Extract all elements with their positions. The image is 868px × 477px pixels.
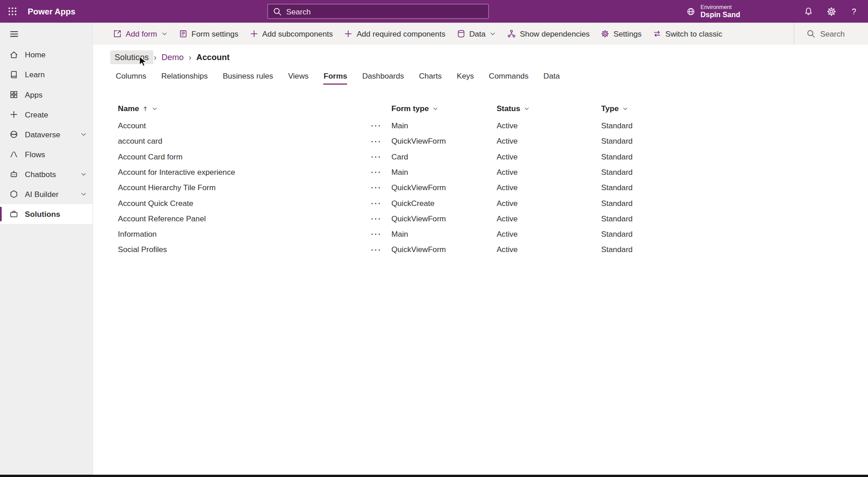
form-name[interactable]: Account for Interactive experience (118, 168, 370, 177)
environment-icon (687, 7, 696, 16)
environment-picker[interactable]: Environment Dspin Sand (687, 4, 740, 19)
global-search[interactable] (267, 4, 489, 19)
form-type-value: QuickViewForm (392, 214, 497, 223)
chevron-down-icon (490, 30, 496, 37)
commandbar-search[interactable]: Search (793, 23, 868, 45)
tab-business-rules[interactable]: Business rules (223, 71, 273, 84)
flows-icon (9, 150, 19, 159)
data-button[interactable]: Data (451, 23, 501, 45)
status-value: Active (496, 121, 601, 130)
plus-icon (250, 29, 259, 38)
table-row[interactable]: Account Reference Panel QuickViewForm Ac… (118, 211, 705, 226)
sidebar-item-apps[interactable]: Apps (0, 84, 92, 104)
collapse-nav-button[interactable] (0, 23, 92, 45)
tab-dashboards[interactable]: Dashboards (362, 71, 404, 84)
sidebar-item-home[interactable]: Home (0, 45, 92, 65)
sidebar-item-create[interactable]: Create (0, 104, 92, 124)
chevron-down-icon[interactable] (80, 131, 87, 138)
add-subcomponents-button[interactable]: Add subcomponents (244, 23, 339, 45)
global-search-input[interactable] (286, 7, 483, 16)
status-value: Active (496, 199, 601, 208)
type-value: Standard (601, 214, 690, 223)
chevron-down-icon[interactable] (80, 171, 87, 178)
plus-icon (344, 29, 353, 38)
tab-columns[interactable]: Columns (116, 71, 146, 84)
bell-icon (804, 7, 813, 16)
app-launcher-button[interactable] (0, 0, 25, 23)
column-header-status[interactable]: Status (496, 104, 601, 113)
sidebar-item-learn[interactable]: Learn (0, 65, 92, 84)
tab-forms[interactable]: Forms (324, 71, 347, 84)
table-row[interactable]: Account Quick Create QuickCreate Active … (118, 195, 705, 210)
type-value: Standard (601, 183, 690, 192)
form-name[interactable]: Social Profiles (118, 245, 370, 254)
sidebar-item-chatbots[interactable]: Chatbots (0, 164, 92, 184)
gear-icon (601, 29, 610, 38)
settings-button[interactable] (820, 0, 842, 23)
more-options-button[interactable] (370, 122, 392, 130)
app-window: Power Apps Environment Dspin Sand ? (0, 0, 868, 477)
sidebar-item-label: Solutions (25, 210, 60, 219)
show-dependencies-button[interactable]: Show dependencies (502, 23, 595, 45)
form-name[interactable]: Account Card form (118, 152, 370, 161)
tab-data[interactable]: Data (543, 71, 560, 84)
table-row[interactable]: Information Main Active Standard (118, 226, 705, 242)
notifications-button[interactable] (797, 0, 820, 23)
sidebar-item-ai-builder[interactable]: AI Builder (0, 184, 92, 204)
sidebar-item-dataverse[interactable]: Dataverse (0, 125, 92, 145)
form-name[interactable]: Account (118, 121, 370, 130)
chevron-down-icon (161, 30, 168, 37)
table-row[interactable]: Account Hierarchy Tile Form QuickViewFor… (118, 180, 705, 195)
ai-builder-icon (9, 190, 19, 199)
help-button[interactable]: ? (843, 0, 865, 23)
more-options-button[interactable] (370, 137, 392, 145)
dependencies-icon (507, 29, 516, 38)
table-row[interactable]: Social Profiles QuickViewForm Active Sta… (118, 242, 705, 257)
form-name[interactable]: Account Reference Panel (118, 214, 370, 223)
switch-to-classic-button[interactable]: Switch to classic (647, 23, 727, 45)
breadcrumb-demo[interactable]: Demo (157, 50, 188, 64)
table-row[interactable]: Account Main Active Standard (118, 118, 705, 133)
form-name[interactable]: account card (118, 136, 370, 145)
table-row[interactable]: Account for Interactive experience Main … (118, 164, 705, 180)
sidebar-item-solutions[interactable]: Solutions (0, 204, 92, 224)
header-actions: Environment Dspin Sand ? (687, 0, 868, 23)
app-name[interactable]: Power Apps (28, 7, 75, 16)
form-name[interactable]: Account Quick Create (118, 199, 370, 208)
more-options-button[interactable] (370, 214, 392, 222)
add-form-button[interactable]: Add form (108, 23, 173, 45)
tab-views[interactable]: Views (288, 71, 308, 84)
chevron-down-icon[interactable] (80, 191, 87, 197)
column-header-name[interactable]: Name (118, 104, 370, 113)
more-options-button[interactable] (370, 152, 392, 160)
tab-relationships[interactable]: Relationships (161, 71, 208, 84)
column-header-status-label: Status (496, 104, 520, 113)
form-settings-button[interactable]: Form settings (173, 23, 244, 45)
type-value: Standard (601, 168, 690, 177)
column-header-form-type-label: Form type (392, 104, 429, 113)
column-header-type[interactable]: Type (601, 104, 690, 113)
breadcrumb-solutions[interactable]: Solutions (110, 50, 153, 64)
tab-commands[interactable]: Commands (489, 71, 528, 84)
more-options-button[interactable] (370, 230, 392, 238)
more-options-button[interactable] (370, 183, 392, 192)
data-cylinder-icon (457, 29, 466, 38)
table-row[interactable]: account card QuickViewForm Active Standa… (118, 133, 705, 149)
more-options-button[interactable] (370, 245, 392, 253)
more-options-button[interactable] (370, 199, 392, 207)
chevron-down-icon (152, 105, 158, 111)
tab-keys[interactable]: Keys (457, 71, 474, 84)
table-row[interactable]: Account Card form Card Active Standard (118, 149, 705, 164)
plus-icon (9, 110, 19, 119)
more-options-button[interactable] (370, 168, 392, 176)
form-name[interactable]: Account Hierarchy Tile Form (118, 183, 370, 192)
type-value: Standard (601, 229, 690, 238)
settings-command-button[interactable]: Settings (595, 23, 647, 45)
tab-charts[interactable]: Charts (419, 71, 442, 84)
add-required-components-button[interactable]: Add required components (338, 23, 451, 45)
app-body: Home Learn Apps Create Dataverse Flo (0, 23, 868, 474)
sidebar-item-flows[interactable]: Flows (0, 145, 92, 164)
form-type-value: QuickCreate (392, 199, 497, 208)
form-name[interactable]: Information (118, 229, 370, 238)
column-header-form-type[interactable]: Form type (392, 104, 497, 113)
